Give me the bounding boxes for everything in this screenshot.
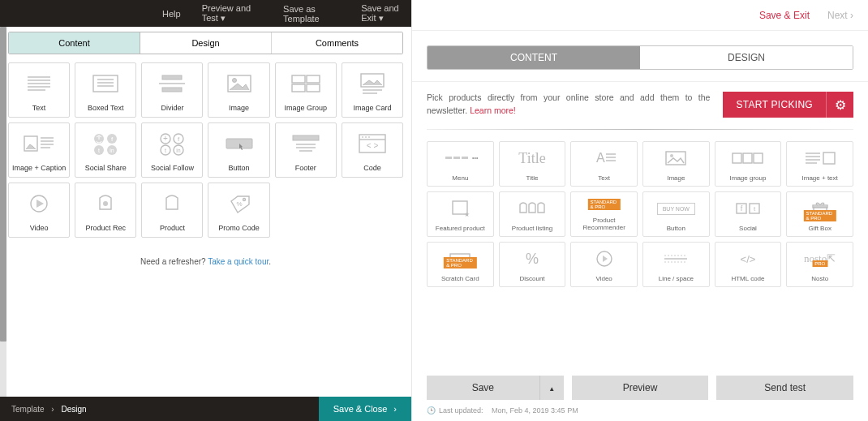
breadcrumb-root[interactable]: Template [11,405,45,414]
take-tour-link[interactable]: Take a quick tour [208,257,269,266]
block-product-rec[interactable]: Product Rec [75,183,136,238]
block-promo-code[interactable]: % Promo Code [208,183,269,238]
text-icon: A [571,142,637,174]
chevron-down-icon: ▾ [379,13,384,23]
svg-rect-5 [93,75,118,92]
social-share-icon: ftin [75,123,135,164]
block-image[interactable]: Image [642,141,710,187]
block-image-card[interactable]: Image Card [342,62,403,118]
save-button[interactable]: Save [427,376,539,400]
block-image-group[interactable]: Image Group [275,62,337,118]
svg-point-13 [232,79,236,83]
block-gift-box[interactable]: STANDARD & PRO Gift Box [786,191,853,237]
menu-icon: ••• [428,142,493,174]
right-panel: Save & Exit Next › CONTENT DESIGN Pick p… [411,0,868,421]
block-image-text[interactable]: Image + text [786,141,853,187]
start-picking-button[interactable]: START PICKING [723,92,826,118]
svg-rect-15 [307,75,320,83]
boxed-text-icon [75,63,135,104]
svg-rect-66 [733,153,741,163]
divider-icon [142,63,202,104]
left-footer: Template › Design Save & Close› [0,397,411,421]
tab-content[interactable]: CONTENT [428,46,640,69]
product-rec-icon [75,183,135,224]
svg-rect-64 [666,152,685,165]
block-scratch-card[interactable]: STANDARD & PRO Scratch Card [427,242,494,287]
svg-text:< >: < > [367,141,379,150]
block-line-space[interactable]: Line / space [642,242,710,287]
tab-comments[interactable]: Comments [272,32,402,54]
svg-rect-16 [292,84,305,92]
block-text[interactable]: A Text [570,141,638,187]
start-picking-settings-button[interactable]: ⚙ [826,92,853,118]
block-text[interactable]: Text [8,62,70,118]
block-button[interactable]: BUY NOW Button [642,191,710,237]
svg-text:in: in [110,148,115,153]
save-and-exit-menu[interactable]: Save and Exit ▾ [361,3,411,24]
block-divider[interactable]: Divider [141,62,203,118]
block-image-group[interactable]: Image group [715,141,782,187]
svg-rect-14 [292,75,305,83]
image-caption-icon [9,123,69,164]
preview-button[interactable]: Preview [572,376,709,400]
image-group-icon [715,142,781,174]
block-video[interactable]: Video [570,242,638,287]
block-product-recommender[interactable]: STANDARD & PRO Product Recommender [570,191,638,237]
save-exit-link[interactable]: Save & Exit [759,10,810,21]
help-menu[interactable]: Help [162,9,181,19]
svg-rect-67 [743,153,752,163]
block-product[interactable]: Product [141,183,203,238]
breadcrumb-current: Design [61,405,86,414]
chevron-right-icon: › [393,404,397,414]
right-topbar: Save & Exit Next › [412,0,868,31]
send-test-button[interactable]: Send test [716,376,853,400]
block-video[interactable]: Video [8,183,70,238]
block-image-caption[interactable]: Image + Caption [8,122,70,178]
block-nosto[interactable]: nosto⇱ PRO Nosto [786,242,853,287]
tier-badge: STANDARD & PRO [444,257,476,268]
block-title[interactable]: Title Title [499,141,566,187]
preview-test-menu[interactable]: Preview and Test ▾ [202,3,262,24]
divider [412,81,868,82]
breadcrumb: Template › Design [11,405,87,414]
block-social-share[interactable]: ftin Social Share [75,122,136,178]
left-scrollbar[interactable] [0,27,6,397]
tab-design[interactable]: DESIGN [640,46,853,69]
social-follow-icon: +ftin [142,123,202,164]
tab-design[interactable]: Design [140,32,272,54]
line-space-icon [643,243,709,275]
learn-more-link[interactable]: Learn more! [470,105,516,115]
chevron-right-icon: › [51,405,54,414]
left-panel: Help Preview and Test ▾ Save as Template… [0,0,411,421]
video-icon [571,243,637,275]
next-link: Next › [827,10,853,21]
svg-marker-84 [603,256,608,262]
tab-content[interactable]: Content [9,32,140,54]
code-icon: < > [342,123,402,164]
svg-text:A: A [596,151,605,165]
social-icon: ft [715,192,781,225]
block-social[interactable]: ft Social [715,191,782,237]
svg-point-50 [368,136,370,138]
block-product-listing[interactable]: Product listing [499,191,566,237]
save-close-button[interactable]: Save & Close› [319,397,411,421]
save-dropdown-button[interactable]: ▲ [539,376,564,400]
block-social-follow[interactable]: +ftin Social Follow [141,122,203,178]
block-menu[interactable]: ••• Menu [427,141,494,187]
image-text-icon [787,142,853,174]
block-button[interactable]: Button [208,122,269,178]
svg-point-65 [670,154,673,157]
block-footer[interactable]: Footer [275,122,337,178]
tier-badge: STANDARD & PRO [803,210,836,221]
block-boxed-text[interactable]: Boxed Text [75,62,136,118]
svg-text:•••: ••• [472,155,479,161]
block-html-code[interactable]: </> HTML code [715,242,782,287]
save-as-template-menu[interactable]: Save as Template [283,4,340,24]
svg-point-48 [362,136,363,138]
block-discount[interactable]: % Discount [499,242,566,287]
block-image[interactable]: Image [208,62,269,118]
button-icon: BUY NOW [643,192,709,225]
block-featured-product[interactable]: ★ Featured product [427,191,494,237]
block-code[interactable]: < > Code [342,122,403,178]
scrollbar-thumb[interactable] [0,27,6,342]
